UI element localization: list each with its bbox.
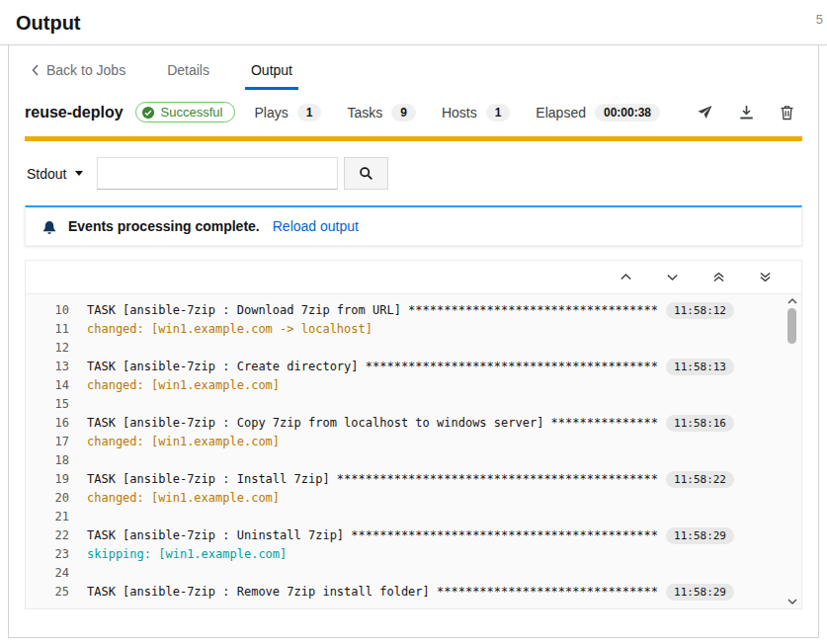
console-toolbar <box>26 261 801 294</box>
events-alert: Events processing complete. Reload outpu… <box>25 205 802 246</box>
job-title-group: reuse-deploy Successful <box>25 102 235 122</box>
console-line[interactable]: 10TASK [ansible-7zip : Download 7zip fro… <box>26 301 801 320</box>
line-text: TASK [ansible-7zip : Install 7zip] *****… <box>87 470 658 489</box>
line-text: changed: [win1.example.com] <box>87 489 280 508</box>
caret-down-icon <box>75 171 83 176</box>
line-number: 17 <box>26 433 69 451</box>
scroll-bottom-double-chevron-down-icon[interactable] <box>759 271 772 283</box>
console-line[interactable]: 12 <box>26 339 801 358</box>
job-header: reuse-deploy Successful Plays1Tasks9Host… <box>9 90 818 135</box>
console-line[interactable]: 14changed: [win1.example.com] <box>26 376 801 395</box>
job-stat-plays: Plays1 <box>254 104 321 121</box>
line-number: 23 <box>26 545 69 564</box>
console-line[interactable]: 13TASK [ansible-7zip : Create directory]… <box>26 358 801 376</box>
line-text: TASK [ansible-7zip : Create directory] *… <box>87 358 658 376</box>
stat-label: Tasks <box>347 105 382 121</box>
check-circle-icon <box>141 106 155 120</box>
stat-value: 1 <box>486 104 511 121</box>
line-number: 14 <box>26 376 69 395</box>
line-text: changed: [win1.example.com -> localhost] <box>87 320 372 339</box>
line-number: 18 <box>26 451 69 470</box>
tab-back-to-jobs[interactable]: Back to Jobs <box>25 61 131 90</box>
scroll-top-double-chevron-up-icon[interactable] <box>712 271 725 283</box>
page-corner-fragment: 5 <box>816 12 823 27</box>
line-text: TASK [ansible-7zip : Uninstall 7zip] ***… <box>87 526 658 545</box>
line-number: 11 <box>26 320 69 339</box>
line-text: TASK [ansible-7zip : Copy 7zip from loca… <box>87 414 658 433</box>
console-output: 10TASK [ansible-7zip : Download 7zip fro… <box>26 294 801 608</box>
job-stat-tasks: Tasks9 <box>347 104 415 121</box>
status-label: Successful <box>161 105 223 120</box>
alert-message: Events processing complete. <box>68 218 260 234</box>
console-line[interactable]: 19TASK [ansible-7zip : Install 7zip] ***… <box>26 470 801 489</box>
tab-details-label: Details <box>167 62 209 78</box>
line-number: 13 <box>26 358 69 376</box>
job-name: reuse-deploy <box>25 104 124 121</box>
line-number: 16 <box>26 414 69 433</box>
line-number: 12 <box>26 339 69 358</box>
console-line[interactable]: 17changed: [win1.example.com] <box>26 433 801 451</box>
trash-icon[interactable] <box>780 105 794 121</box>
search-icon <box>359 166 373 181</box>
timestamp-badge: 11:58:13 <box>666 359 734 375</box>
next-chevron-down-icon[interactable] <box>666 271 679 283</box>
bell-icon <box>41 218 57 235</box>
console-line[interactable]: 22TASK [ansible-7zip : Uninstall 7zip] *… <box>26 526 801 545</box>
stat-label: Plays <box>254 105 288 121</box>
console-line[interactable]: 18 <box>26 451 801 470</box>
line-number: 10 <box>26 301 69 320</box>
previous-chevron-up-icon[interactable] <box>620 271 632 283</box>
job-stat-elapsed: Elapsed00:00:38 <box>536 104 660 121</box>
console-line[interactable]: 25TASK [ansible-7zip : Remove 7zip insta… <box>26 583 801 602</box>
line-number: 24 <box>26 564 69 583</box>
relaunch-rocket-icon[interactable] <box>697 105 713 121</box>
angle-left-icon <box>31 64 40 76</box>
tab-output-label: Output <box>251 62 292 78</box>
job-output-card: Back to Jobs Details Output reuse-deploy… <box>8 45 819 638</box>
console-line[interactable]: 24 <box>26 564 801 583</box>
stat-label: Hosts <box>442 105 477 121</box>
console-line[interactable]: 21 <box>26 508 801 526</box>
line-number: 15 <box>26 395 69 414</box>
console-line[interactable]: 23skipping: [win1.example.com] <box>26 545 801 564</box>
output-console: 10TASK [ansible-7zip : Download 7zip fro… <box>25 260 802 609</box>
tab-back-label: Back to Jobs <box>46 62 125 78</box>
reload-output-link[interactable]: Reload output <box>273 218 359 234</box>
stat-value: 00:00:38 <box>595 104 660 121</box>
status-badge[interactable]: Successful <box>135 102 236 122</box>
timestamp-badge: 11:58:16 <box>666 415 734 432</box>
stdout-filter-dropdown[interactable]: Stdout <box>25 160 97 188</box>
line-number: 21 <box>26 508 69 526</box>
timestamp-badge: 11:58:29 <box>666 527 734 544</box>
line-text: TASK [ansible-7zip : Remove 7zip install… <box>87 583 658 602</box>
stat-value: 1 <box>297 104 322 121</box>
tab-details[interactable]: Details <box>161 61 215 90</box>
line-number: 25 <box>26 583 69 602</box>
job-stats: Plays1Tasks9Hosts1Elapsed00:00:38 <box>235 104 679 121</box>
filter-selected-label: Stdout <box>27 166 66 182</box>
console-line[interactable]: 15 <box>26 395 801 414</box>
line-text: TASK [ansible-7zip : Download 7zip from … <box>87 301 658 320</box>
search-input[interactable] <box>97 157 338 190</box>
line-text: skipping: [win1.example.com] <box>87 545 287 564</box>
line-number: 22 <box>26 526 69 545</box>
console-line[interactable]: 20changed: [win1.example.com] <box>26 489 801 508</box>
line-text: changed: [win1.example.com] <box>87 376 280 395</box>
page-header: Output 5 <box>0 0 827 45</box>
line-text: changed: [win1.example.com] <box>87 433 280 451</box>
console-line[interactable]: 11changed: [win1.example.com -> localhos… <box>26 320 801 339</box>
download-icon[interactable] <box>739 105 754 120</box>
line-number: 19 <box>26 470 69 489</box>
stat-value: 9 <box>391 104 416 121</box>
console-line[interactable]: 16TASK [ansible-7zip : Copy 7zip from lo… <box>26 414 801 433</box>
search-toolbar: Stdout <box>9 141 818 205</box>
job-actions <box>697 105 794 121</box>
tab-output[interactable]: Output <box>245 61 298 90</box>
tab-bar: Back to Jobs Details Output <box>9 45 818 90</box>
timestamp-badge: 11:58:12 <box>666 302 734 319</box>
line-number: 20 <box>26 489 69 508</box>
search-button[interactable] <box>344 157 388 190</box>
job-stat-hosts: Hosts1 <box>442 104 510 121</box>
timestamp-badge: 11:58:22 <box>666 471 734 488</box>
stat-label: Elapsed <box>536 105 586 121</box>
